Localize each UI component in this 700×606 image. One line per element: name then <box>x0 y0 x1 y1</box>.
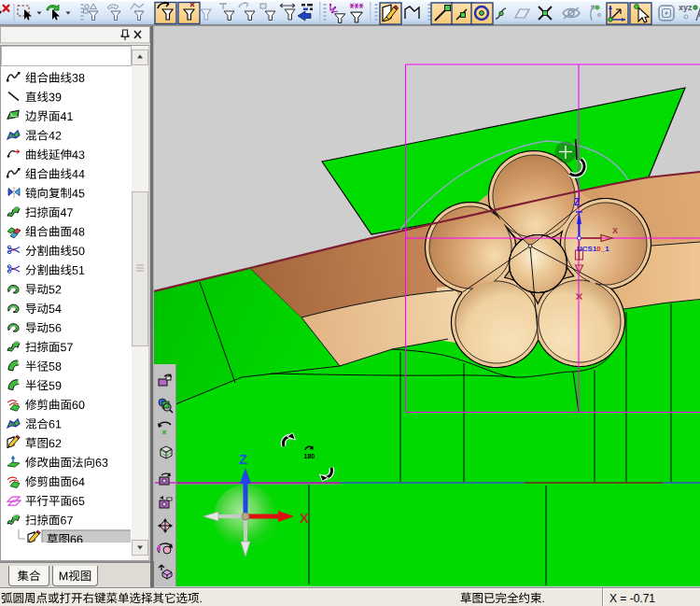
svg-text:xyz: xyz <box>679 3 693 12</box>
svg-text:UCS10_1: UCS10_1 <box>577 245 609 253</box>
svg-text:Z: Z <box>239 451 247 467</box>
svg-text:Z: Z <box>574 197 580 207</box>
svg-text:X: X <box>300 510 309 526</box>
svg-text:180: 180 <box>304 453 315 459</box>
svg-text:X: X <box>612 226 618 235</box>
